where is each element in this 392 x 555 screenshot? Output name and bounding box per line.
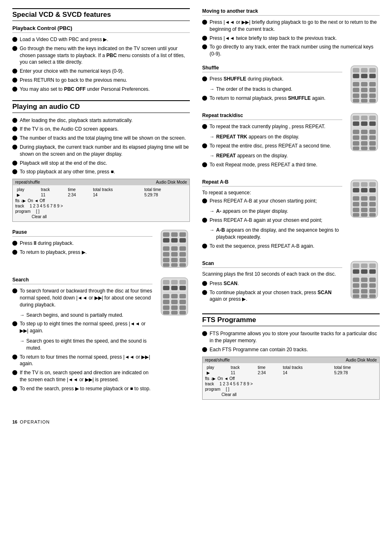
shuffle-section: Shuffle Press SHUFFLE during playback. →… — [202, 65, 380, 105]
arrow-icon: → — [210, 134, 214, 140]
bullet-icon — [12, 370, 17, 375]
screen-body: play track time total tracks total time … — [13, 185, 189, 221]
repeat-ab-remote — [349, 179, 380, 219]
svg-rect-29 — [171, 294, 178, 298]
bullet-icon — [202, 76, 207, 81]
bullet-icon — [12, 78, 17, 83]
bullet-icon — [12, 118, 17, 123]
svg-rect-103 — [369, 264, 376, 268]
search-arrow-2: → Search goes to eight times the speed, … — [20, 338, 152, 352]
svg-rect-23 — [180, 280, 186, 284]
bullet-icon — [12, 169, 17, 174]
svg-rect-81 — [353, 182, 359, 187]
search-list-3: To return to four times the normal speed… — [12, 354, 152, 392]
repeat-list: To repeat the track currently playing , … — [202, 123, 342, 130]
svg-rect-9 — [171, 246, 178, 251]
bullet-icon — [202, 44, 207, 49]
moving-title: Moving to another track — [202, 8, 380, 16]
bullet-icon — [202, 124, 207, 129]
svg-rect-92 — [361, 202, 367, 206]
footer-section-label: Operation — [20, 419, 50, 424]
list-item: Press SCAN. — [202, 280, 342, 287]
list-item: Press II during playback. — [12, 240, 152, 247]
list-item: Press RETURN to go back to the previous … — [12, 77, 190, 84]
list-item: Press |◄◄ or ▶▶| briefly during playback… — [202, 19, 380, 33]
list-item: To repeat the track currently playing , … — [202, 123, 342, 130]
svg-rect-116 — [369, 289, 376, 293]
fts-row: fts ↓▶ On ◄ Off — [15, 198, 187, 203]
svg-rect-13 — [180, 252, 186, 256]
list-item: Go through the menu with the keys indica… — [12, 45, 190, 66]
svg-rect-36 — [180, 306, 186, 310]
list-item: To return to playback, press ▶. — [12, 249, 152, 256]
svg-rect-111 — [353, 283, 359, 288]
svg-rect-37 — [163, 311, 169, 314]
list-item: To go directly to any track, enter the t… — [202, 44, 380, 58]
list-item: To return to normal playback, press SHUF… — [202, 95, 342, 102]
svg-rect-54 — [353, 94, 359, 98]
bullet-icon — [12, 127, 17, 131]
svg-rect-4 — [163, 238, 169, 242]
bullet-icon — [202, 36, 207, 41]
list-item: To return to four times the normal speed… — [12, 354, 152, 368]
bullet-icon — [202, 96, 207, 101]
svg-rect-96 — [369, 208, 376, 212]
audio-cd-section: Playing an audio CD After loading the di… — [12, 100, 190, 222]
svg-rect-83 — [369, 182, 376, 187]
svg-rect-109 — [361, 278, 367, 282]
page-footer: 16 Operation — [12, 419, 380, 424]
scan-remote — [349, 260, 380, 301]
svg-rect-65 — [361, 122, 367, 126]
svg-rect-33 — [180, 300, 186, 304]
arrow-icon: → — [210, 208, 214, 215]
repeat-ab-list-3: To exit the sequence, press REPEAT A-B a… — [202, 243, 342, 250]
table-row: play track time total tracks total time — [15, 187, 187, 192]
svg-rect-42 — [361, 68, 367, 72]
bullet-icon — [12, 250, 17, 255]
svg-rect-55 — [361, 94, 367, 98]
svg-rect-26 — [180, 286, 186, 290]
svg-rect-46 — [369, 74, 376, 78]
svg-rect-52 — [361, 88, 367, 92]
pause-remote — [159, 229, 190, 269]
svg-rect-119 — [369, 295, 376, 298]
svg-rect-2 — [171, 233, 178, 237]
svg-rect-85 — [361, 188, 367, 192]
repeat-ab-section: Repeat A-B To repeat a sequence: Press R… — [202, 179, 380, 253]
repeat-ab-intro: To repeat a sequence: — [202, 190, 342, 196]
svg-rect-117 — [353, 295, 359, 298]
svg-rect-57 — [353, 99, 359, 102]
bullet-icon — [202, 20, 207, 25]
svg-rect-71 — [353, 136, 359, 140]
svg-rect-38 — [171, 311, 178, 314]
scan-section: Scan Scanning plays the first 10 seconds… — [202, 260, 380, 306]
screen-header-right: Audio Disk Mode — [156, 180, 187, 184]
svg-rect-3 — [180, 233, 186, 237]
bullet-icon — [12, 288, 17, 293]
list-item: The number of tracks and the total playi… — [12, 135, 190, 142]
svg-rect-82 — [361, 182, 367, 187]
repeat-section: Repeat track/disc To repeat the track cu… — [202, 113, 380, 172]
bullet-icon — [202, 162, 207, 167]
list-item: Press REPEAT A-B again at your chosen en… — [202, 217, 342, 224]
bullet-icon — [12, 355, 17, 359]
pbc-title: Playback Control (PBC) — [12, 25, 190, 33]
list-item: To exit Repeat mode, press REPEAT a thir… — [202, 161, 342, 168]
svg-rect-118 — [361, 295, 367, 298]
remote-svg-6 — [349, 260, 380, 299]
svg-rect-34 — [163, 306, 169, 310]
svg-rect-25 — [171, 286, 178, 290]
svg-rect-69 — [361, 130, 367, 134]
svg-rect-12 — [171, 252, 178, 256]
svg-rect-8 — [163, 246, 169, 251]
repeat-title: Repeat track/disc — [202, 113, 342, 120]
bullet-icon — [12, 69, 17, 74]
arrow-icon: → — [20, 338, 25, 345]
svg-rect-98 — [361, 213, 367, 216]
arrow-icon: → — [210, 227, 214, 234]
fts2-clear-row: Clear all — [205, 392, 377, 397]
repeat-ab-list: Press REPEAT A-B at your chosen starting… — [202, 198, 342, 205]
svg-rect-21 — [163, 280, 169, 284]
scan-title: Scan — [202, 260, 342, 268]
fts-screen: repeat/shuffle Audio Disk Mode play trac… — [202, 357, 380, 400]
